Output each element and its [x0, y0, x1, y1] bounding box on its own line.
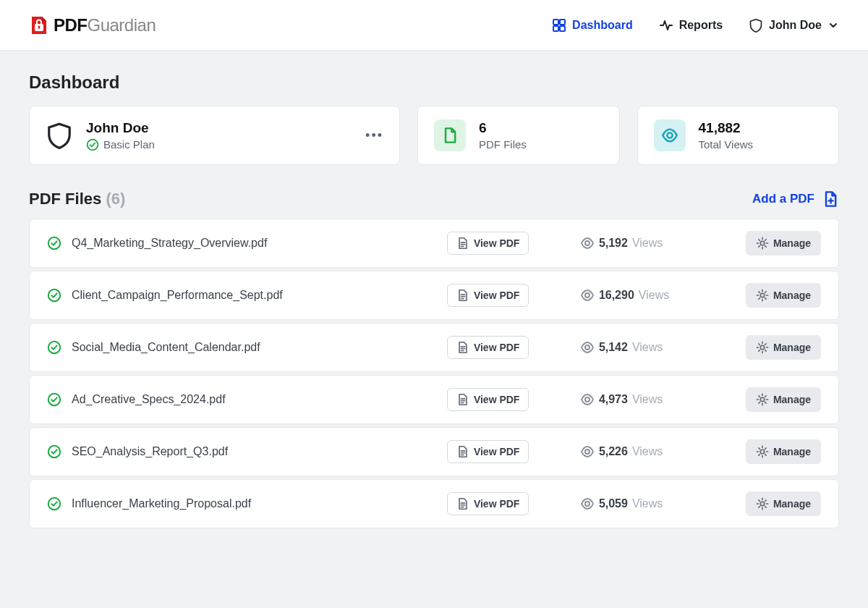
file-lines-icon — [456, 445, 469, 458]
check-circle-icon — [47, 497, 61, 511]
activity-icon — [659, 18, 673, 33]
manage-button[interactable]: Manage — [746, 491, 821, 516]
file-lines-icon — [456, 237, 469, 250]
manage-button[interactable]: Manage — [746, 231, 821, 256]
file-row: SEO_Analysis_Report_Q3.pdf View PDF 5,22… — [29, 427, 839, 476]
logo-icon — [29, 15, 49, 35]
user-plan: Basic Plan — [86, 138, 155, 151]
stat-files-label: PDF Files — [479, 138, 527, 151]
nav-reports-label: Reports — [679, 19, 723, 32]
file-row: Q4_Marketing_Strategy_Overview.pdf View … — [29, 219, 839, 268]
grid-icon — [552, 18, 566, 33]
file-lines-icon — [456, 289, 469, 302]
stats-row: John Doe Basic Plan ••• 6 PDF Files — [29, 106, 839, 165]
nav-reports[interactable]: Reports — [659, 18, 723, 33]
file-name: Ad_Creative_Specs_2024.pdf — [72, 393, 437, 406]
stat-views-value: 41,882 — [699, 120, 754, 136]
gear-icon — [756, 289, 769, 302]
file-name: Q4_Marketing_Strategy_Overview.pdf — [72, 237, 437, 250]
eye-icon — [580, 497, 595, 511]
view-pdf-button[interactable]: View PDF — [447, 336, 529, 359]
file-lines-icon — [456, 393, 469, 406]
add-pdf-button[interactable]: Add a PDF — [752, 190, 839, 208]
app-logo[interactable]: PDFGuardian — [29, 15, 156, 35]
check-circle-icon — [47, 340, 61, 355]
manage-button[interactable]: Manage — [746, 335, 821, 360]
check-circle-icon — [47, 444, 61, 459]
page-title: Dashboard — [29, 72, 839, 93]
stat-files-card: 6 PDF Files — [417, 106, 620, 165]
file-views: 5,192 Views — [580, 236, 736, 250]
file-row: Client_Campaign_Performance_Sept.pdf Vie… — [29, 271, 839, 320]
gear-icon — [756, 393, 769, 406]
eye-icon — [580, 236, 595, 250]
nav-user-menu[interactable]: John Doe — [749, 18, 839, 33]
file-name: Influencer_Marketing_Proposal.pdf — [72, 497, 437, 510]
view-pdf-button[interactable]: View PDF — [447, 440, 529, 463]
chevron-down-icon — [827, 20, 839, 31]
file-name: Client_Campaign_Performance_Sept.pdf — [72, 289, 437, 302]
file-row: Ad_Creative_Specs_2024.pdf View PDF 4,97… — [29, 375, 839, 424]
file-views: 5,226 Views — [580, 444, 736, 459]
eye-icon — [580, 288, 595, 303]
user-card-more-button[interactable]: ••• — [365, 128, 383, 143]
check-circle-icon — [47, 392, 61, 407]
files-section-title: PDF Files (6) — [29, 190, 125, 208]
file-name: Social_Media_Content_Calendar.pdf — [72, 341, 437, 354]
view-pdf-button[interactable]: View PDF — [447, 492, 529, 515]
nav-dashboard-label: Dashboard — [572, 19, 633, 32]
view-pdf-button[interactable]: View PDF — [447, 388, 529, 411]
files-section-header: PDF Files (6) Add a PDF — [29, 190, 839, 208]
top-nav: PDFGuardian Dashboard Reports John Doe — [0, 0, 868, 51]
nav-user-name: John Doe — [769, 19, 822, 32]
check-circle-icon — [47, 288, 61, 303]
manage-button[interactable]: Manage — [746, 439, 821, 464]
eye-icon — [580, 392, 595, 407]
manage-button[interactable]: Manage — [746, 387, 821, 412]
shield-icon — [46, 122, 73, 149]
svg-rect-9 — [38, 27, 40, 29]
file-views: 5,059 Views — [580, 497, 736, 511]
stat-views-label: Total Views — [699, 138, 754, 151]
file-row: Influencer_Marketing_Proposal.pdf View P… — [29, 479, 839, 528]
logo-text: PDFGuardian — [54, 15, 156, 35]
file-plus-icon — [822, 190, 839, 208]
file-lines-icon — [456, 341, 469, 354]
file-icon — [434, 119, 466, 151]
gear-icon — [756, 341, 769, 354]
file-views: 16,290 Views — [580, 288, 736, 303]
file-row: Social_Media_Content_Calendar.pdf View P… — [29, 323, 839, 372]
view-pdf-button[interactable]: View PDF — [447, 284, 529, 307]
nav-dashboard[interactable]: Dashboard — [552, 18, 633, 33]
file-list: Q4_Marketing_Strategy_Overview.pdf View … — [29, 219, 839, 528]
file-views: 5,142 Views — [580, 340, 736, 355]
view-pdf-button[interactable]: View PDF — [447, 232, 529, 255]
eye-icon — [654, 119, 686, 151]
file-views: 4,973 Views — [580, 392, 736, 407]
main-content: Dashboard John Doe Basic Plan ••• 6 PDF … — [0, 51, 868, 550]
shield-icon — [749, 18, 763, 33]
gear-icon — [756, 237, 769, 250]
file-name: SEO_Analysis_Report_Q3.pdf — [72, 445, 437, 458]
stat-files-value: 6 — [479, 120, 527, 136]
manage-button[interactable]: Manage — [746, 283, 821, 308]
stat-views-card: 41,882 Total Views — [637, 106, 840, 165]
user-name: John Doe — [86, 120, 155, 136]
gear-icon — [756, 445, 769, 458]
eye-icon — [580, 444, 595, 459]
eye-icon — [580, 340, 595, 355]
user-card: John Doe Basic Plan ••• — [29, 106, 400, 165]
check-circle-icon — [47, 236, 61, 250]
check-circle-icon — [86, 138, 99, 151]
file-lines-icon — [456, 497, 469, 510]
gear-icon — [756, 497, 769, 510]
